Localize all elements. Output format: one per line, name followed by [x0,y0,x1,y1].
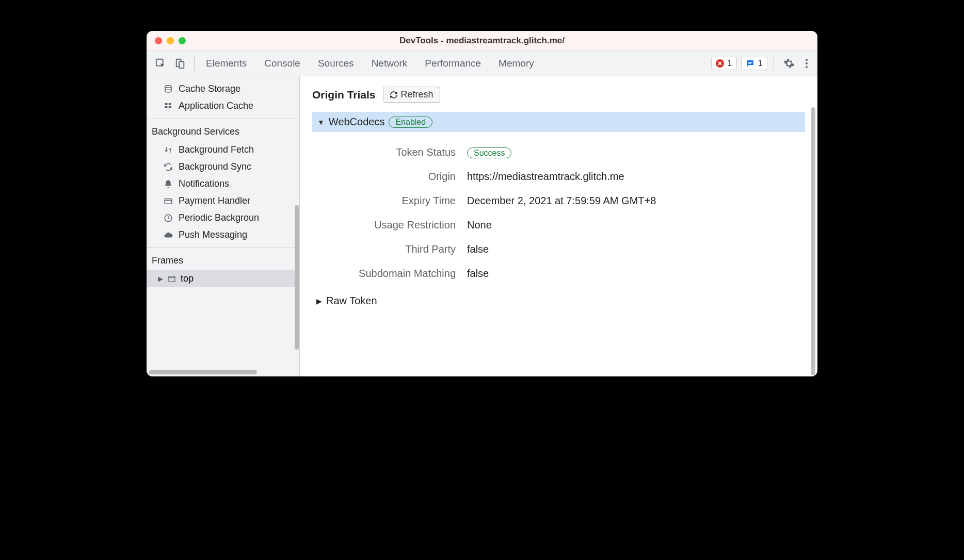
detail-value: false [467,243,489,255]
minimize-window-button[interactable] [167,37,174,44]
sidebar-item-periodic-background[interactable]: Periodic Backgroun [147,209,299,226]
sidebar-item-background-sync[interactable]: Background Sync [147,158,299,175]
sync-icon [163,162,173,172]
detail-label: Origin [312,171,467,183]
sidebar-frame-top[interactable]: ▶ top [147,270,299,287]
origin-trial-row[interactable]: ▼ WebCodecs Enabled [312,112,805,132]
toolbar-divider [774,56,774,71]
detail-row-token-status: Token Status Success [312,140,805,164]
svg-rect-11 [165,106,167,108]
transfer-icon [163,145,173,155]
raw-token-label: Raw Token [326,295,377,307]
message-count-value: 1 [758,58,763,69]
detail-row-expiry: Expiry Time December 2, 2021 at 7:59:59 … [312,189,805,213]
trial-name: WebCodecs [329,116,385,128]
cloud-icon [163,230,173,240]
detail-label: Expiry Time [312,195,467,207]
sidebar-label: Cache Storage [179,84,240,94]
sidebar-item-notifications[interactable]: Notifications [147,175,299,192]
svg-rect-16 [169,276,175,282]
window-titlebar: DevTools - mediastreamtrack.glitch.me/ [147,31,817,51]
clock-icon [163,213,173,223]
grid-icon [163,101,173,111]
database-icon [163,84,173,94]
main-panel: Origin Trials Refresh ▼ WebCodecs Enable… [300,76,817,376]
detail-label: Subdomain Matching [312,268,467,279]
detail-row-origin: Origin https://mediastreamtrack.glitch.m… [312,164,805,189]
sidebar-label: Background Fetch [179,144,254,155]
panel-tabs: Elements Console Sources Network Perform… [206,58,534,69]
svg-point-6 [806,62,808,64]
svg-rect-2 [179,61,184,68]
expand-caret-icon: ▶ [316,297,322,305]
raw-token-toggle[interactable]: ▶ Raw Token [312,292,805,307]
detail-value: https://mediastreamtrack.glitch.me [467,171,624,183]
sidebar-vertical-scrollbar[interactable] [295,205,299,350]
sidebar-label: top [181,273,194,284]
detail-label: Token Status [312,146,467,158]
sidebar-item-push-messaging[interactable]: Push Messaging [147,226,299,243]
detail-row-usage: Usage Restriction None [312,213,805,237]
bell-icon [163,179,173,189]
tab-elements[interactable]: Elements [206,58,247,69]
tab-sources[interactable]: Sources [318,58,354,69]
tab-console[interactable]: Console [264,58,300,69]
sidebar-label: Payment Handler [179,195,250,206]
tab-performance[interactable]: Performance [425,58,481,69]
more-options-icon[interactable] [802,58,811,69]
sidebar-horizontal-scrollbar[interactable] [149,370,257,374]
detail-value: Success [467,146,511,158]
credit-card-icon [163,196,173,206]
svg-rect-12 [169,106,171,108]
sidebar-label: Application Cache [179,101,253,111]
device-toolbar-icon[interactable] [172,56,188,71]
svg-rect-4 [748,63,751,64]
error-count-badge[interactable]: 1 [711,57,736,70]
sidebar-section-background-services: Background Services [147,119,299,141]
trial-details: Token Status Success Origin https://medi… [312,138,805,292]
frame-icon [167,274,176,284]
settings-icon[interactable] [780,58,798,69]
detail-value: December 2, 2021 at 7:59:59 AM GMT+8 [467,195,656,207]
detail-label: Usage Restriction [312,219,467,231]
message-count-badge[interactable]: 1 [741,57,767,70]
sidebar-label: Notifications [179,178,229,189]
error-count-value: 1 [727,58,732,69]
svg-point-8 [165,85,171,88]
tab-network[interactable]: Network [372,58,408,69]
sidebar-label: Background Sync [179,161,251,172]
sidebar-item-background-fetch[interactable]: Background Fetch [147,141,299,158]
close-window-button[interactable] [155,37,162,44]
devtools-body: Cache Storage Application Cache Backgrou… [147,76,817,376]
svg-point-5 [806,59,808,61]
svg-rect-13 [165,199,172,204]
window-title: DevTools - mediastreamtrack.glitch.me/ [399,36,565,46]
tab-memory[interactable]: Memory [499,58,534,69]
sidebar-section-frames: Frames [147,248,299,270]
detail-value: None [467,219,492,231]
message-icon [746,59,755,68]
sidebar-item-application-cache[interactable]: Application Cache [147,97,299,114]
error-icon [716,59,724,68]
refresh-icon [390,91,398,99]
inspect-element-icon[interactable] [153,56,168,71]
detail-row-third-party: Third Party false [312,237,805,261]
application-sidebar: Cache Storage Application Cache Backgrou… [147,76,300,376]
maximize-window-button[interactable] [179,37,186,44]
devtools-toolbar: Elements Console Sources Network Perform… [147,51,817,76]
sidebar-label: Push Messaging [179,229,247,240]
sidebar-item-payment-handler[interactable]: Payment Handler [147,192,299,209]
sidebar-label: Periodic Backgroun [179,212,259,223]
devtools-window: DevTools - mediastreamtrack.glitch.me/ E… [147,31,817,376]
svg-rect-10 [169,103,171,105]
detail-value: false [467,268,489,279]
expand-caret-icon: ▶ [158,275,163,283]
sidebar-item-cache-storage[interactable]: Cache Storage [147,80,299,97]
token-status-pill: Success [467,147,511,158]
detail-row-subdomain: Subdomain Matching false [312,261,805,286]
refresh-button[interactable]: Refresh [383,87,440,103]
main-vertical-scrollbar[interactable] [811,107,815,375]
detail-label: Third Party [312,243,467,255]
refresh-label: Refresh [401,89,433,100]
origin-trials-header: Origin Trials Refresh [312,87,805,103]
